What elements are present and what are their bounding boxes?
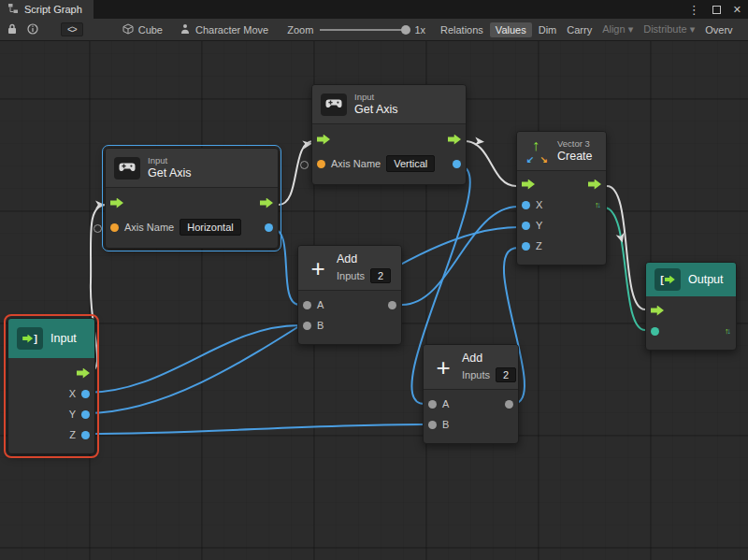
wire-flow-vector3-to-output[interactable] [607, 186, 645, 309]
node-output-event[interactable]: [ Output ↑↓ [645, 262, 737, 351]
flow-in-port[interactable] [522, 179, 535, 190]
string-port-dot[interactable] [317, 160, 325, 168]
edit-script-button[interactable]: <> [61, 22, 83, 36]
flow-out-port[interactable] [448, 135, 461, 145]
window-controls: ⋮ ✕ [688, 0, 748, 19]
node-title: Create [557, 150, 593, 164]
zoom-slider[interactable] [320, 24, 410, 36]
zoom-label: Zoom [287, 24, 313, 36]
tab-title: Script Graph [24, 4, 82, 15]
align-dropdown[interactable]: Align ▾ [598, 22, 637, 37]
gamepad-icon [321, 93, 347, 116]
chevron-down-icon: ▾ [628, 23, 634, 35]
flow-in-port[interactable] [651, 306, 664, 316]
x-in-port[interactable] [522, 201, 530, 209]
cube-object-button[interactable]: Cube [122, 23, 163, 36]
distribute-dropdown[interactable]: Distribute ▾ [640, 22, 698, 37]
character-move-icon [180, 23, 191, 36]
input-a-port[interactable] [303, 301, 311, 309]
input-b-port[interactable] [428, 421, 437, 429]
cube-icon [122, 23, 134, 36]
axis-name-port-vertical[interactable] [300, 161, 309, 169]
vector3-icon: ↑↙↘ [525, 139, 550, 164]
input-event-icon: ] [17, 327, 43, 350]
node-add-top[interactable]: + Add Inputs 2 A B [297, 245, 402, 345]
flow-out-port[interactable] [260, 198, 273, 208]
node-category: Input [354, 92, 398, 103]
close-icon[interactable]: ✕ [733, 4, 741, 16]
add-icon: + [432, 356, 454, 379]
vector-port-icon: ↑↓ [725, 327, 729, 336]
inputs-count-field[interactable]: 2 [370, 268, 391, 283]
inputs-label: Inputs [462, 369, 490, 381]
zoom-slider-handle[interactable] [401, 25, 410, 35]
dim-toggle[interactable]: Dim [535, 22, 561, 37]
port-x-label: X [69, 388, 76, 399]
axis-name-field[interactable]: Horizontal [180, 219, 241, 236]
maximize-icon[interactable] [712, 6, 721, 14]
axis-name-port-horizontal[interactable] [94, 224, 102, 233]
axis-name-label: Axis Name [331, 158, 381, 169]
info-icon[interactable] [27, 23, 38, 36]
wire-arrowhead [95, 201, 105, 209]
tab-script-graph[interactable]: Script Graph [0, 0, 94, 19]
value-out-port[interactable] [453, 160, 461, 168]
zoom-value: 1x [414, 24, 425, 36]
z-out-port[interactable] [81, 431, 90, 439]
character-move-button[interactable]: Character Move [180, 23, 268, 36]
flow-in-port[interactable] [110, 198, 123, 208]
input-b-port[interactable] [303, 322, 311, 330]
node-title: Output [688, 273, 724, 287]
lock-icon[interactable] [7, 23, 17, 36]
overview-button[interactable]: Overv [701, 22, 736, 37]
string-port-dot[interactable] [110, 223, 119, 232]
x-out-port[interactable] [81, 390, 90, 398]
node-get-axis-horizontal[interactable]: Input Get Axis Axis Name Horizontal [105, 148, 279, 249]
node-get-axis-vertical[interactable]: Input Get Axis Axis Name Vertical [311, 84, 467, 185]
sum-out-port[interactable] [388, 301, 396, 309]
value-in-port[interactable] [651, 327, 659, 336]
flow-in-port[interactable] [317, 135, 330, 145]
flow-out-port[interactable] [77, 368, 90, 379]
wire-input-z-to-add-bottom-b[interactable] [86, 424, 424, 434]
wire-input-x-to-add-top-b[interactable] [86, 325, 299, 393]
port-z-label: Z [536, 240, 542, 251]
y-in-port[interactable] [522, 222, 530, 230]
node-title: Get Axis [148, 166, 192, 180]
node-vector3-create[interactable]: ↑↙↘ Vector 3 Create X ↑↓ Y [516, 131, 607, 266]
wire-flow-getaxis-horizontal-to-vertical[interactable] [279, 141, 313, 205]
tab-bar: Script Graph ⋮ ✕ [0, 0, 748, 19]
value-out-port[interactable] [265, 223, 273, 232]
port-y-label: Y [536, 220, 542, 231]
node-input-event[interactable]: ] Input X Y Z [7, 318, 95, 454]
z-in-port[interactable] [522, 242, 530, 251]
input-a-port[interactable] [428, 400, 437, 409]
add-icon: + [307, 257, 329, 280]
node-title: Add [462, 352, 516, 366]
inputs-label: Inputs [337, 270, 365, 281]
graph-toolbar: <> Cube Character Move Zoom 1x Relations… [0, 19, 748, 41]
node-add-bottom[interactable]: + Add Inputs 2 A B [423, 344, 519, 444]
node-category: Input [148, 155, 192, 166]
flow-out-port[interactable] [588, 179, 601, 190]
wire-arrowhead [475, 137, 485, 147]
port-z-label: Z [69, 429, 76, 440]
graph-canvas[interactable]: Input Get Axis Axis Name Vertical Inp [0, 41, 748, 560]
node-category: Vector 3 [557, 138, 593, 150]
vector-out-port-icon[interactable]: ↑↓ [595, 201, 599, 209]
wire-flow-getaxis-vertical-to-vector3[interactable] [465, 141, 516, 186]
axis-name-field[interactable]: Vertical [386, 155, 435, 172]
inputs-count-field[interactable]: 2 [496, 367, 516, 382]
relations-toggle[interactable]: Relations [437, 22, 487, 37]
output-event-icon: [ [654, 268, 681, 291]
gamepad-icon [114, 157, 140, 179]
chevron-down-icon: ▾ [690, 23, 696, 35]
node-title: Add [337, 252, 391, 266]
values-toggle[interactable]: Values [490, 22, 532, 37]
sum-out-port[interactable] [505, 400, 513, 409]
y-out-port[interactable] [81, 410, 90, 419]
script-graph-icon [7, 3, 19, 16]
port-a-label: A [317, 299, 324, 310]
menu-icon[interactable]: ⋮ [688, 4, 700, 16]
carry-toggle[interactable]: Carry [563, 22, 596, 37]
